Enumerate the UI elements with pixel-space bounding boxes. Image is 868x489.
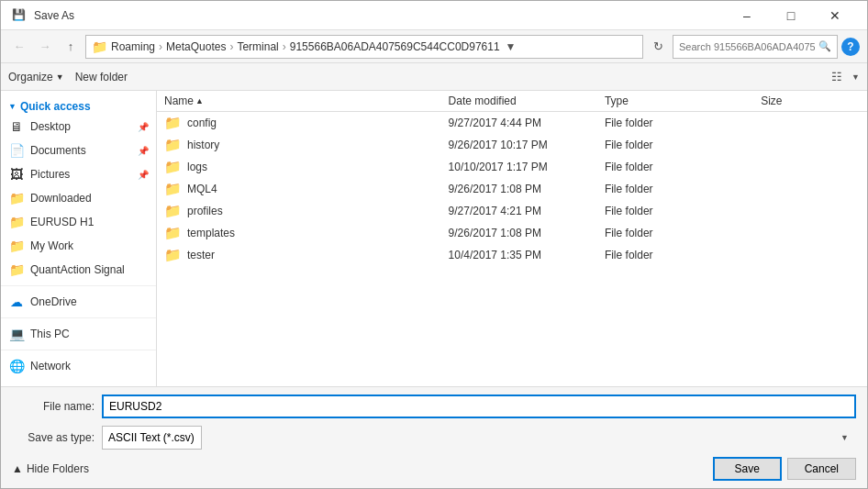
pin-icon: 📌 (138, 122, 149, 132)
save-as-dialog: 💾 Save As – □ ✕ ← → ↑ 📁 Roaming › MetaQu… (0, 0, 868, 489)
sidebar-item-label: OneDrive (30, 295, 149, 308)
col-header-name[interactable]: Name ▲ (157, 91, 441, 112)
table-row[interactable]: 📁MQL4 9/26/2017 1:08 PM File folder (157, 178, 867, 200)
organize-button[interactable]: Organize ▼ (8, 71, 64, 83)
forward-button[interactable]: → (34, 36, 56, 58)
file-date: 9/27/2017 4:21 PM (441, 200, 597, 222)
filename-input[interactable] (102, 395, 856, 418)
sidebar-item-downloaded[interactable]: 📁 Downloaded (1, 186, 156, 210)
folder-icon: 📁 (164, 159, 182, 175)
address-dropdown-button[interactable]: ▼ (504, 40, 518, 53)
search-input[interactable] (679, 41, 815, 52)
network-icon: 🌐 (8, 358, 25, 374)
close-button[interactable]: ✕ (814, 1, 856, 30)
file-name: 📁MQL4 (157, 178, 441, 200)
sidebar-item-desktop[interactable]: 🖥 Desktop 📌 (1, 115, 156, 139)
organize-label: Organize (8, 71, 53, 83)
folder-icon: 📁 (164, 137, 182, 153)
pictures-icon: 🖼 (8, 166, 25, 183)
file-list: Name ▲ Date modified Type Size 📁config 9… (157, 91, 867, 386)
table-row[interactable]: 📁tester 10/4/2017 1:35 PM File folder (157, 244, 867, 266)
up-button[interactable]: ↑ (60, 36, 82, 58)
file-type: File folder (597, 156, 753, 178)
onedrive-icon: ☁ (8, 294, 25, 310)
address-bar[interactable]: 📁 Roaming › MetaQuotes › Terminal › 9155… (85, 35, 643, 59)
folder-icon: 📁 (164, 225, 182, 241)
file-name: 📁profiles (157, 200, 441, 222)
secondary-toolbar: Organize ▼ New folder ☷ ▼ (1, 63, 867, 91)
new-folder-button[interactable]: New folder (75, 71, 128, 83)
table-row[interactable]: 📁history 9/26/2017 10:17 PM File folder (157, 134, 867, 156)
sidebar-item-pictures[interactable]: 🖼 Pictures 📌 (1, 162, 156, 186)
file-date: 9/27/2017 4:44 PM (441, 112, 597, 135)
file-type: File folder (597, 200, 753, 222)
col-header-size[interactable]: Size (753, 91, 867, 112)
file-type: File folder (597, 112, 753, 135)
table-row[interactable]: 📁config 9/27/2017 4:44 PM File folder (157, 112, 867, 135)
saveas-label: Save as type: (12, 431, 95, 444)
file-size (753, 156, 867, 178)
sidebar-item-mywork[interactable]: 📁 My Work (1, 234, 156, 258)
saveas-select[interactable]: ASCII Text (*.csv) CSV (*.csv) All Files… (102, 426, 202, 450)
thispc-icon: 💻 (8, 326, 25, 342)
search-icon: 🔍 (818, 40, 831, 52)
window-icon: 💾 (12, 8, 27, 23)
help-button[interactable]: ? (841, 38, 860, 56)
hide-folders-button[interactable]: ▲ Hide Folders (12, 462, 89, 475)
file-size (753, 200, 867, 222)
cancel-button[interactable]: Cancel (787, 458, 856, 480)
toolbar-right: ☷ ▼ (826, 66, 860, 88)
breadcrumb: Roaming › MetaQuotes › Terminal › 915566… (111, 40, 500, 53)
search-box: 🔍 (673, 35, 838, 59)
file-type: File folder (597, 222, 753, 244)
filename-label: File name: (12, 400, 95, 413)
sidebar-item-quantaction[interactable]: 📁 QuantAction Signal (1, 258, 156, 282)
back-button[interactable]: ← (8, 36, 30, 58)
maximize-button[interactable]: □ (770, 1, 812, 30)
sidebar-item-documents[interactable]: 📄 Documents 📌 (1, 139, 156, 162)
file-name: 📁templates (157, 222, 441, 244)
sort-asc-icon: ▲ (195, 96, 204, 106)
sidebar-item-label: Documents (30, 144, 132, 157)
file-table-header: Name ▲ Date modified Type Size (157, 91, 867, 112)
sidebar-item-eurusd[interactable]: 📁 EURUSD H1 (1, 210, 156, 234)
col-header-date[interactable]: Date modified (441, 91, 597, 112)
title-bar-left: 💾 Save As (12, 8, 74, 23)
sidebar: ▼ Quick access 🖥 Desktop 📌 📄 Documents 📌… (1, 91, 157, 386)
table-row[interactable]: 📁logs 10/10/2017 1:17 PM File folder (157, 156, 867, 178)
save-button[interactable]: Save (713, 457, 782, 481)
file-type: File folder (597, 244, 753, 266)
folder-icon: 📁 (164, 115, 182, 131)
file-date: 10/4/2017 1:35 PM (441, 244, 597, 266)
sidebar-item-thispc[interactable]: 💻 This PC (1, 322, 156, 346)
file-name: 📁tester (157, 244, 441, 266)
table-row[interactable]: 📁templates 9/26/2017 1:08 PM File folder (157, 222, 867, 244)
quick-access-label: Quick access (20, 100, 91, 113)
folder-mywork-icon: 📁 (8, 238, 25, 254)
filename-row: File name: (12, 395, 856, 418)
file-table: Name ▲ Date modified Type Size 📁config 9… (157, 91, 867, 266)
folder-quantaction-icon: 📁 (8, 261, 25, 278)
main-content: ▼ Quick access 🖥 Desktop 📌 📄 Documents 📌… (1, 91, 867, 386)
file-date: 10/10/2017 1:17 PM (441, 156, 597, 178)
sidebar-item-onedrive[interactable]: ☁ OneDrive (1, 290, 156, 314)
sidebar-item-network[interactable]: 🌐 Network (1, 354, 156, 378)
refresh-button[interactable]: ↻ (647, 36, 669, 58)
bottom-buttons: ▲ Hide Folders Save Cancel (12, 457, 856, 481)
file-type: File folder (597, 134, 753, 156)
title-bar: 💾 Save As – □ ✕ (1, 1, 867, 30)
table-row[interactable]: 📁profiles 9/27/2017 4:21 PM File folder (157, 200, 867, 222)
folder-icon: 📁 (164, 181, 182, 197)
hide-folders-icon: ▲ (12, 462, 23, 475)
view-button[interactable]: ☷ (826, 66, 848, 88)
sidebar-item-label: Downloaded (30, 192, 149, 205)
col-header-type[interactable]: Type (597, 91, 753, 112)
file-size (753, 134, 867, 156)
minimize-button[interactable]: – (726, 1, 768, 30)
sidebar-divider (1, 285, 156, 286)
pin-icon: 📌 (138, 170, 149, 180)
quick-access-header[interactable]: ▼ Quick access (1, 94, 156, 115)
sidebar-item-label: QuantAction Signal (30, 263, 149, 276)
file-table-body: 📁config 9/27/2017 4:44 PM File folder 📁h… (157, 112, 867, 267)
quick-access-section: ▼ Quick access 🖥 Desktop 📌 📄 Documents 📌… (1, 94, 156, 282)
